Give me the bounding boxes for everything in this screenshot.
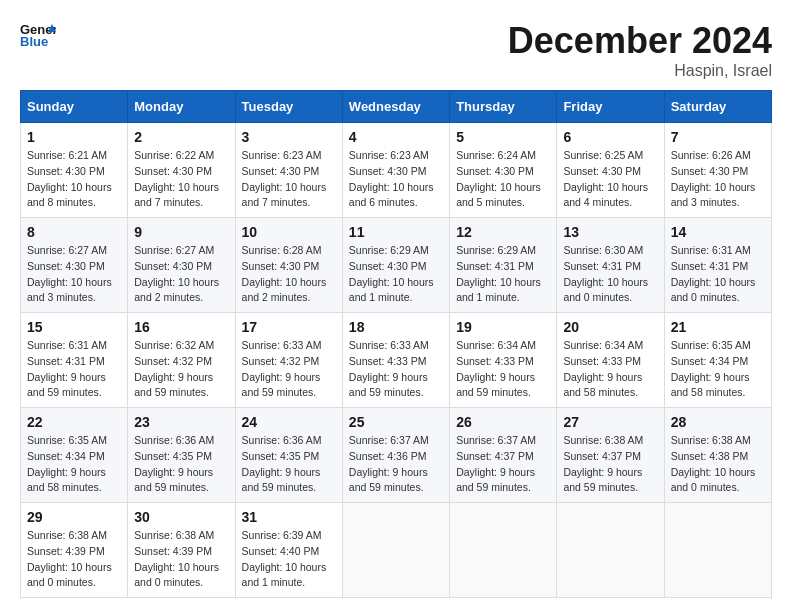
calendar-cell bbox=[450, 503, 557, 598]
day-number: 31 bbox=[242, 509, 336, 525]
daylight-label: Daylight: 10 hours and 0 minutes. bbox=[134, 561, 219, 589]
sunrise-label: Sunrise: 6:37 AM bbox=[456, 434, 536, 446]
sunrise-label: Sunrise: 6:31 AM bbox=[671, 244, 751, 256]
day-number: 26 bbox=[456, 414, 550, 430]
day-info: Sunrise: 6:38 AM Sunset: 4:37 PM Dayligh… bbox=[563, 433, 657, 496]
calendar-cell bbox=[342, 503, 449, 598]
sunset-label: Sunset: 4:30 PM bbox=[27, 165, 105, 177]
calendar-cell: 5 Sunrise: 6:24 AM Sunset: 4:30 PM Dayli… bbox=[450, 123, 557, 218]
sunset-label: Sunset: 4:39 PM bbox=[134, 545, 212, 557]
sunrise-label: Sunrise: 6:23 AM bbox=[242, 149, 322, 161]
day-info: Sunrise: 6:33 AM Sunset: 4:33 PM Dayligh… bbox=[349, 338, 443, 401]
sunset-label: Sunset: 4:31 PM bbox=[27, 355, 105, 367]
sunrise-label: Sunrise: 6:21 AM bbox=[27, 149, 107, 161]
day-info: Sunrise: 6:37 AM Sunset: 4:36 PM Dayligh… bbox=[349, 433, 443, 496]
day-info: Sunrise: 6:27 AM Sunset: 4:30 PM Dayligh… bbox=[134, 243, 228, 306]
sunset-label: Sunset: 4:31 PM bbox=[456, 260, 534, 272]
day-number: 28 bbox=[671, 414, 765, 430]
day-info: Sunrise: 6:33 AM Sunset: 4:32 PM Dayligh… bbox=[242, 338, 336, 401]
daylight-label: Daylight: 9 hours and 59 minutes. bbox=[134, 466, 213, 494]
sunset-label: Sunset: 4:30 PM bbox=[242, 165, 320, 177]
calendar-header-row: Sunday Monday Tuesday Wednesday Thursday… bbox=[21, 91, 772, 123]
day-number: 9 bbox=[134, 224, 228, 240]
day-number: 19 bbox=[456, 319, 550, 335]
daylight-label: Daylight: 9 hours and 59 minutes. bbox=[563, 466, 642, 494]
day-info: Sunrise: 6:31 AM Sunset: 4:31 PM Dayligh… bbox=[27, 338, 121, 401]
daylight-label: Daylight: 9 hours and 59 minutes. bbox=[27, 371, 106, 399]
calendar-cell: 24 Sunrise: 6:36 AM Sunset: 4:35 PM Dayl… bbox=[235, 408, 342, 503]
sunset-label: Sunset: 4:37 PM bbox=[456, 450, 534, 462]
calendar-cell: 12 Sunrise: 6:29 AM Sunset: 4:31 PM Dayl… bbox=[450, 218, 557, 313]
day-number: 5 bbox=[456, 129, 550, 145]
calendar-cell: 15 Sunrise: 6:31 AM Sunset: 4:31 PM Dayl… bbox=[21, 313, 128, 408]
day-info: Sunrise: 6:34 AM Sunset: 4:33 PM Dayligh… bbox=[456, 338, 550, 401]
sunset-label: Sunset: 4:31 PM bbox=[671, 260, 749, 272]
calendar-cell: 25 Sunrise: 6:37 AM Sunset: 4:36 PM Dayl… bbox=[342, 408, 449, 503]
day-number: 27 bbox=[563, 414, 657, 430]
daylight-label: Daylight: 10 hours and 3 minutes. bbox=[27, 276, 112, 304]
day-number: 22 bbox=[27, 414, 121, 430]
calendar-row: 1 Sunrise: 6:21 AM Sunset: 4:30 PM Dayli… bbox=[21, 123, 772, 218]
day-number: 17 bbox=[242, 319, 336, 335]
day-number: 8 bbox=[27, 224, 121, 240]
calendar-cell: 18 Sunrise: 6:33 AM Sunset: 4:33 PM Dayl… bbox=[342, 313, 449, 408]
calendar-cell: 7 Sunrise: 6:26 AM Sunset: 4:30 PM Dayli… bbox=[664, 123, 771, 218]
sunrise-label: Sunrise: 6:37 AM bbox=[349, 434, 429, 446]
sunrise-label: Sunrise: 6:34 AM bbox=[456, 339, 536, 351]
day-number: 16 bbox=[134, 319, 228, 335]
sunrise-label: Sunrise: 6:38 AM bbox=[563, 434, 643, 446]
sunrise-label: Sunrise: 6:33 AM bbox=[242, 339, 322, 351]
sunrise-label: Sunrise: 6:28 AM bbox=[242, 244, 322, 256]
sunset-label: Sunset: 4:30 PM bbox=[349, 165, 427, 177]
title-block: December 2024 Haspin, Israel bbox=[508, 20, 772, 80]
calendar-cell: 27 Sunrise: 6:38 AM Sunset: 4:37 PM Dayl… bbox=[557, 408, 664, 503]
calendar-row: 29 Sunrise: 6:38 AM Sunset: 4:39 PM Dayl… bbox=[21, 503, 772, 598]
day-number: 13 bbox=[563, 224, 657, 240]
day-info: Sunrise: 6:27 AM Sunset: 4:30 PM Dayligh… bbox=[27, 243, 121, 306]
header-saturday: Saturday bbox=[664, 91, 771, 123]
sunrise-label: Sunrise: 6:29 AM bbox=[349, 244, 429, 256]
calendar-cell: 30 Sunrise: 6:38 AM Sunset: 4:39 PM Dayl… bbox=[128, 503, 235, 598]
calendar-cell: 26 Sunrise: 6:37 AM Sunset: 4:37 PM Dayl… bbox=[450, 408, 557, 503]
day-number: 25 bbox=[349, 414, 443, 430]
sunrise-label: Sunrise: 6:31 AM bbox=[27, 339, 107, 351]
day-number: 14 bbox=[671, 224, 765, 240]
calendar-cell: 20 Sunrise: 6:34 AM Sunset: 4:33 PM Dayl… bbox=[557, 313, 664, 408]
calendar-cell: 14 Sunrise: 6:31 AM Sunset: 4:31 PM Dayl… bbox=[664, 218, 771, 313]
sunset-label: Sunset: 4:39 PM bbox=[27, 545, 105, 557]
day-number: 18 bbox=[349, 319, 443, 335]
sunset-label: Sunset: 4:30 PM bbox=[563, 165, 641, 177]
sunrise-label: Sunrise: 6:25 AM bbox=[563, 149, 643, 161]
sunrise-label: Sunrise: 6:35 AM bbox=[27, 434, 107, 446]
day-number: 2 bbox=[134, 129, 228, 145]
page-header: General Blue December 2024 Haspin, Israe… bbox=[20, 20, 772, 80]
daylight-label: Daylight: 10 hours and 4 minutes. bbox=[563, 181, 648, 209]
day-info: Sunrise: 6:28 AM Sunset: 4:30 PM Dayligh… bbox=[242, 243, 336, 306]
sunset-label: Sunset: 4:30 PM bbox=[27, 260, 105, 272]
daylight-label: Daylight: 10 hours and 8 minutes. bbox=[27, 181, 112, 209]
sunset-label: Sunset: 4:40 PM bbox=[242, 545, 320, 557]
sunrise-label: Sunrise: 6:39 AM bbox=[242, 529, 322, 541]
sunrise-label: Sunrise: 6:23 AM bbox=[349, 149, 429, 161]
day-number: 23 bbox=[134, 414, 228, 430]
day-number: 12 bbox=[456, 224, 550, 240]
daylight-label: Daylight: 10 hours and 1 minute. bbox=[456, 276, 541, 304]
daylight-label: Daylight: 9 hours and 59 minutes. bbox=[242, 466, 321, 494]
daylight-label: Daylight: 9 hours and 59 minutes. bbox=[242, 371, 321, 399]
logo-icon: General Blue bbox=[20, 20, 56, 48]
sunset-label: Sunset: 4:33 PM bbox=[456, 355, 534, 367]
header-thursday: Thursday bbox=[450, 91, 557, 123]
daylight-label: Daylight: 10 hours and 2 minutes. bbox=[242, 276, 327, 304]
daylight-label: Daylight: 10 hours and 0 minutes. bbox=[671, 276, 756, 304]
sunrise-label: Sunrise: 6:36 AM bbox=[242, 434, 322, 446]
calendar-cell: 13 Sunrise: 6:30 AM Sunset: 4:31 PM Dayl… bbox=[557, 218, 664, 313]
sunrise-label: Sunrise: 6:26 AM bbox=[671, 149, 751, 161]
day-info: Sunrise: 6:26 AM Sunset: 4:30 PM Dayligh… bbox=[671, 148, 765, 211]
location: Haspin, Israel bbox=[508, 62, 772, 80]
sunrise-label: Sunrise: 6:34 AM bbox=[563, 339, 643, 351]
day-info: Sunrise: 6:22 AM Sunset: 4:30 PM Dayligh… bbox=[134, 148, 228, 211]
day-number: 24 bbox=[242, 414, 336, 430]
calendar-cell: 22 Sunrise: 6:35 AM Sunset: 4:34 PM Dayl… bbox=[21, 408, 128, 503]
sunset-label: Sunset: 4:32 PM bbox=[242, 355, 320, 367]
day-info: Sunrise: 6:25 AM Sunset: 4:30 PM Dayligh… bbox=[563, 148, 657, 211]
